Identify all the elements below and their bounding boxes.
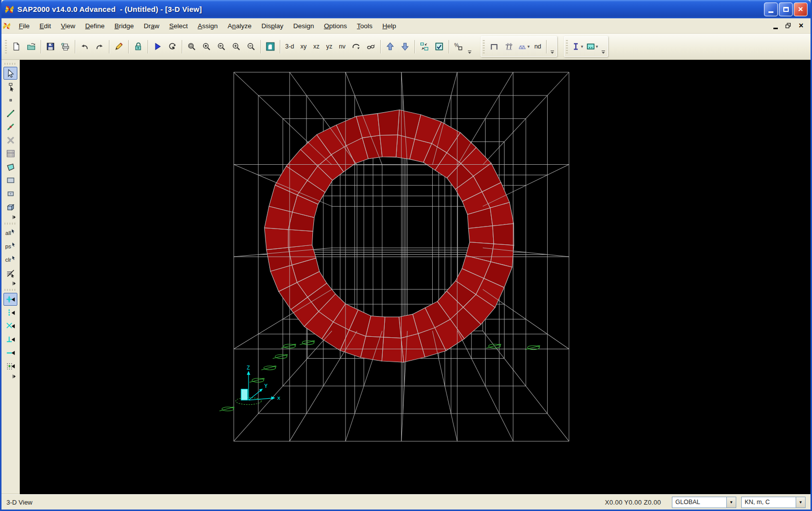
save-button[interactable] — [43, 40, 58, 53]
menu-analyze[interactable]: Analyze — [223, 20, 256, 32]
print-button[interactable]: G — [58, 40, 73, 53]
units-select[interactable]: KN, m, C ▼ — [741, 497, 806, 508]
view-xz-button[interactable]: xz — [310, 40, 323, 53]
view-xy-button[interactable]: xy — [297, 40, 310, 53]
title-bar[interactable]: SAP2000 v14.0.0 Advanced - (Untitled) - … — [1, 0, 811, 18]
restore-full-view-button[interactable] — [184, 40, 199, 53]
toolbar-grip[interactable] — [4, 223, 16, 225]
previous-zoom-button[interactable] — [214, 40, 229, 53]
mdi-close-button[interactable]: × — [798, 22, 805, 29]
axis-labels: ZxY — [247, 365, 281, 401]
toolbar-grip[interactable] — [4, 289, 16, 291]
quick-draw-area-button[interactable] — [3, 187, 17, 200]
templates-toolbar-options-button[interactable] — [549, 37, 556, 56]
more-snap-tools-button[interactable] — [3, 373, 17, 380]
svg-text:x: x — [277, 395, 281, 401]
toolbar-grip[interactable] — [5, 40, 7, 53]
draw-special-joint-button[interactable] — [3, 93, 17, 106]
perspective-toggle-button[interactable] — [363, 40, 378, 53]
nd-button[interactable]: nd — [531, 40, 544, 53]
zoom-out-one-step-button[interactable] — [244, 40, 258, 53]
menu-display[interactable]: Display — [256, 20, 288, 32]
snap-to-perpendicular-button[interactable] — [3, 333, 17, 346]
draw-frame-button[interactable] — [3, 107, 17, 120]
menu-view[interactable]: View — [56, 20, 80, 32]
undo-button[interactable] — [77, 40, 92, 53]
maximize-button[interactable] — [779, 2, 793, 16]
sections-toolbar-options-button[interactable] — [600, 37, 607, 56]
rubber-band-zoom-button[interactable] — [199, 40, 214, 53]
rotate-3d-view-button[interactable] — [349, 40, 363, 53]
menu-select[interactable]: Select — [164, 20, 193, 32]
close-button[interactable]: × — [794, 2, 808, 16]
coordinate-system-select[interactable]: GLOBAL ▼ — [672, 497, 736, 508]
menu-design[interactable]: Design — [288, 20, 319, 32]
select-all-button[interactable]: all — [3, 227, 17, 239]
menu-tools[interactable]: Tools — [352, 20, 378, 32]
assign-display-button[interactable]: % — [451, 40, 466, 53]
more-draw-tools-button[interactable] — [3, 214, 17, 221]
select-pointer-button[interactable] — [3, 67, 17, 80]
interactive-database-button[interactable] — [111, 40, 126, 53]
lock-model-button[interactable] — [131, 40, 146, 53]
chevron-down-icon[interactable]: ▼ — [796, 497, 805, 508]
area-section-button[interactable]: ▾ — [585, 40, 600, 53]
reshape-object-button[interactable] — [3, 80, 17, 93]
cursor-coordinates: X0.00 Y0.00 Z0.00 — [605, 499, 661, 506]
pan-button[interactable] — [263, 40, 278, 53]
menu-draw[interactable]: Draw — [139, 20, 164, 32]
menu-help[interactable]: Help — [377, 20, 401, 32]
bridge-template-button[interactable] — [502, 40, 516, 53]
main-toolbar-options-button[interactable] — [466, 37, 473, 56]
mdi-minimize-button[interactable] — [772, 22, 779, 29]
new-model-button[interactable] — [9, 40, 24, 53]
frame-section-button[interactable]: ▾ — [570, 40, 585, 53]
move-down-in-list-button[interactable] — [398, 40, 412, 53]
mdi-restore-button[interactable] — [785, 22, 792, 29]
toolbar-grip[interactable] — [483, 40, 485, 53]
object-shrink-toggle-button[interactable] — [417, 40, 432, 53]
quick-draw-braces-button[interactable] — [3, 134, 17, 146]
view-yz-button[interactable]: yz — [323, 40, 336, 53]
minimize-button[interactable] — [764, 2, 778, 16]
toolbar-grip[interactable] — [566, 40, 568, 53]
previous-selection-button[interactable]: ps — [3, 240, 17, 253]
truss-template-button[interactable]: ▾ — [516, 40, 531, 53]
view-xz-button-label: xz — [313, 43, 320, 50]
draw-poly-area-button[interactable] — [3, 160, 17, 173]
snap-to-grid-button[interactable] — [3, 360, 17, 372]
open-file-button[interactable] — [24, 40, 39, 53]
menu-define[interactable]: Define — [80, 20, 109, 32]
more-select-tools-button[interactable] — [3, 280, 17, 287]
toolbar-grip[interactable] — [4, 63, 16, 65]
menu-bridge[interactable]: Bridge — [109, 20, 139, 32]
menu-assign[interactable]: Assign — [193, 20, 223, 32]
quick-draw-frame-button[interactable] — [3, 120, 17, 133]
move-up-in-list-button[interactable] — [383, 40, 398, 53]
clear-selection-button[interactable]: clr — [3, 253, 17, 266]
menu-file[interactable]: File — [14, 20, 35, 32]
menu-options[interactable]: Options — [319, 20, 352, 32]
dropdown-caret-icon: ▾ — [527, 44, 530, 49]
draw-solid-button[interactable] — [3, 200, 17, 213]
intersecting-line-select-button[interactable] — [3, 267, 17, 279]
model-viewport[interactable]: ZxY — [20, 60, 811, 494]
redo-button[interactable] — [92, 40, 107, 53]
snap-to-lines-button[interactable] — [3, 346, 17, 359]
snap-to-joints-button[interactable] — [3, 293, 17, 306]
toolbar-separator — [182, 40, 182, 53]
snap-to-midpoints-button[interactable] — [3, 306, 17, 319]
frame-template-button[interactable] — [487, 40, 502, 53]
set-display-options-button[interactable] — [432, 40, 447, 53]
chevron-down-icon[interactable]: ▼ — [726, 497, 736, 508]
view-3d-button[interactable]: 3-d — [282, 40, 297, 53]
draw-rect-area-button[interactable] — [3, 174, 17, 186]
snap-to-intersections-button[interactable] — [3, 320, 17, 332]
refresh-window-button[interactable] — [165, 40, 180, 53]
toolbar-separator — [148, 40, 148, 53]
view-nv-button[interactable]: nv — [336, 40, 349, 53]
menu-edit[interactable]: Edit — [35, 20, 56, 32]
zoom-in-one-step-button[interactable] — [229, 40, 244, 53]
run-analysis-button[interactable] — [150, 40, 165, 53]
quick-draw-secondary-beams-button[interactable] — [3, 147, 17, 160]
